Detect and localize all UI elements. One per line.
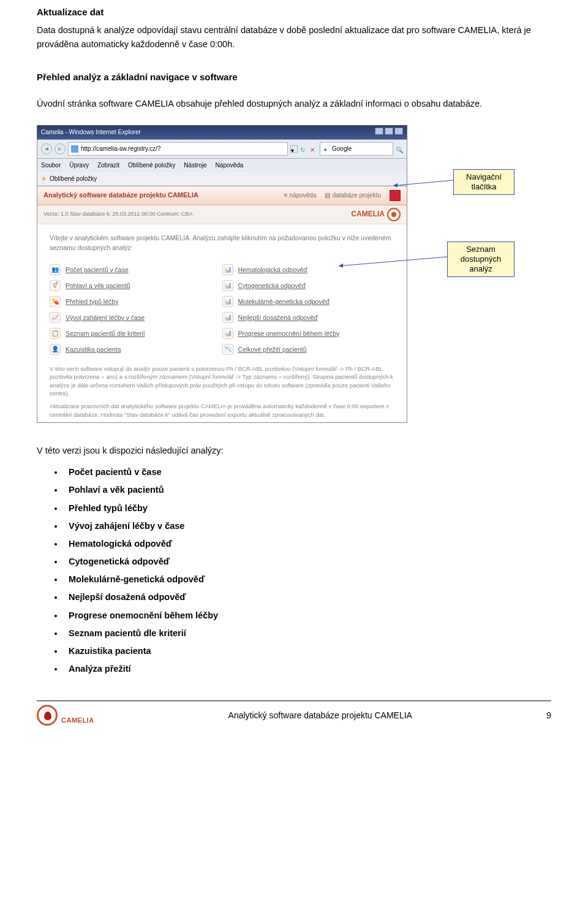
app-header: Analytický software databáze projektu CA…	[37, 186, 407, 205]
minimize-button[interactable]	[375, 127, 383, 135]
refresh-icon[interactable]: ↻	[300, 145, 307, 153]
app-header-title: Analytický software databáze projektu CA…	[43, 190, 198, 201]
analysis-link[interactable]: Celkové přežití pacientů	[238, 344, 307, 355]
section-paragraph: Data dostupná k analýze odpovídají stavu…	[37, 23, 551, 51]
window-controls	[375, 127, 403, 137]
analysis-icon: 📋	[50, 328, 61, 339]
screenshot: Camelia - Windows Internet Explorer ◄ ► …	[37, 125, 407, 423]
menu-item[interactable]: Úpravy	[69, 161, 89, 170]
analysis-icon: 📊	[222, 280, 233, 291]
callout-nav-buttons: Navigační tlačítka	[453, 169, 514, 196]
analysis-link[interactable]: Pohlaví a věk pacientů	[66, 281, 130, 291]
star-icon[interactable]: ★	[41, 174, 47, 184]
analysis-icon: 📊	[222, 296, 233, 307]
list-item: Vývoj zahájení léčby v čase	[64, 519, 551, 533]
stop-icon[interactable]: ✕	[310, 145, 317, 153]
section-heading: Aktualizace dat	[37, 5, 551, 20]
analysis-icon: 📉	[222, 344, 233, 355]
analysis-link[interactable]: Nejlepší dosažená odpověď	[238, 313, 318, 323]
database-link[interactable]: ▤databáze projektu	[325, 191, 381, 200]
browser-title-text: Camelia - Windows Internet Explorer	[41, 127, 141, 137]
callout-text: Seznam dostupných analýz	[461, 245, 502, 274]
analysis-icon: 👥	[50, 264, 61, 275]
app-page: Analytický software databáze projektu CA…	[37, 186, 407, 423]
list-item: Nejlepší dosažená odpověď	[64, 590, 551, 604]
search-icon[interactable]: 🔍	[396, 145, 403, 153]
list-item: Cytogenetická odpověď	[64, 555, 551, 569]
logout-button[interactable]	[390, 190, 401, 201]
version-row: Verze: 1.0 Stav databáze k: 25.03.2011 0…	[37, 205, 407, 224]
app-body: Vítejte v analytickém software projektu …	[37, 224, 407, 422]
app-footnote-2: Aktualizace pracovních dat analytického …	[50, 402, 394, 419]
browser-titlebar: Camelia - Windows Internet Explorer	[37, 125, 407, 139]
database-link-text: databáze projektu	[332, 191, 381, 200]
nav-heading: Přehled analýz a základní navigace v sof…	[37, 70, 551, 85]
address-bar[interactable]: http://camelia-sw.registry.cz/?	[68, 142, 288, 156]
app-footnote-1: V této verzi software vstupují do analýz…	[50, 365, 394, 397]
close-button[interactable]	[394, 127, 403, 135]
back-button[interactable]: ◄	[41, 143, 52, 154]
maximize-button[interactable]	[385, 127, 393, 135]
favorites-bar: ★ Oblíbené položky	[37, 172, 407, 186]
callout-text: Navigační tlačítka	[466, 172, 502, 191]
url-text: http://camelia-sw.registry.cz/?	[81, 144, 160, 154]
list-item: Kazuistika pacienta	[64, 644, 551, 658]
analysis-link[interactable]: Cytogenetická odpověď	[238, 281, 306, 291]
page-number: 9	[546, 709, 551, 723]
analysis-link[interactable]: Progrese onemocnění během léčby	[238, 329, 340, 339]
browser-menubar: Soubor Úpravy Zobrazit Oblíbené položky …	[37, 159, 407, 172]
list-item: Analýza přežití	[64, 662, 551, 676]
footer-logo-icon	[37, 705, 58, 726]
help-link-text: nápověda	[290, 191, 317, 200]
logo-text: CAMELIA	[351, 208, 385, 220]
dropdown-icon[interactable]: ▾	[290, 145, 298, 153]
forward-button[interactable]: ►	[55, 143, 66, 154]
menu-item[interactable]: Soubor	[41, 161, 61, 170]
analysis-link[interactable]: Přehled typů léčby	[66, 297, 118, 307]
list-item: Přehled typů léčby	[64, 501, 551, 515]
page-footer: CAMELIA Analytický software databáze pro…	[37, 701, 551, 726]
analysis-icon: ⚥	[50, 280, 61, 291]
menu-item[interactable]: Nástroje	[184, 161, 206, 170]
analysis-link[interactable]: Vývoj zahájení léčby v čase	[66, 313, 145, 323]
analysis-link[interactable]: Seznam pacientů dle kriterií	[66, 329, 145, 339]
analysis-icon: 📊	[222, 312, 233, 323]
menu-item[interactable]: Zobrazit	[97, 161, 119, 170]
nav-paragraph: Úvodní stránka software CAMELIA obsahuje…	[37, 97, 551, 111]
screenshot-figure: Camelia - Windows Internet Explorer ◄ ► …	[37, 125, 551, 423]
menu-item[interactable]: Oblíbené položky	[128, 161, 175, 170]
menu-item[interactable]: Nápověda	[216, 161, 244, 170]
page-icon	[71, 145, 78, 153]
help-link[interactable]: ✳nápověda	[283, 191, 317, 200]
bullet-list: Počet pacientů v čase Pohlaví a věk paci…	[64, 465, 551, 676]
analysis-link[interactable]: Hematologická odpověď	[238, 265, 307, 275]
search-engine-icon: ✦	[323, 145, 330, 153]
footer-logo: CAMELIA	[37, 705, 94, 726]
analysis-list: 👥Počet pacientů v čase 📊Hematologická od…	[50, 262, 394, 357]
list-intro: V této verzi jsou k dispozici následujíc…	[37, 444, 551, 458]
list-item: Pohlaví a věk pacientů	[64, 483, 551, 497]
analysis-link[interactable]: Kazuistika pacienta	[66, 344, 121, 355]
logo-icon	[387, 208, 401, 221]
help-icon: ✳	[283, 191, 288, 200]
list-item: Hematologická odpověď	[64, 537, 551, 551]
footer-logo-text: CAMELIA	[61, 715, 94, 726]
list-item: Molekulárně-genetická odpověď	[64, 572, 551, 587]
database-icon: ▤	[325, 191, 330, 200]
analysis-icon: 📊	[222, 264, 233, 275]
search-box[interactable]: ✦ Google	[320, 142, 393, 156]
version-text: Verze: 1.0 Stav databáze k: 25.03.2011 0…	[43, 210, 192, 218]
callout-analysis-list: Seznam dostupných analýz	[447, 241, 514, 278]
browser-navbar: ◄ ► http://camelia-sw.registry.cz/? ▾ ↻ …	[37, 139, 407, 159]
analysis-icon: 📈	[50, 312, 61, 323]
list-item: Progrese onemocnění během léčby	[64, 609, 551, 623]
analysis-link[interactable]: Počet pacientů v čase	[66, 265, 129, 275]
app-intro: Vítejte v analytickém software projektu …	[50, 233, 394, 254]
app-logo: CAMELIA	[351, 208, 401, 221]
analysis-icon: 📊	[222, 328, 233, 339]
analysis-icon: 💊	[50, 296, 61, 307]
analysis-icon: 👤	[50, 344, 61, 355]
analysis-link[interactable]: Molekulárně-genetická odpověď	[238, 297, 330, 307]
favorites-text: Oblíbené položky	[50, 174, 97, 184]
footer-title: Analytický software databáze projektu CA…	[228, 709, 412, 722]
